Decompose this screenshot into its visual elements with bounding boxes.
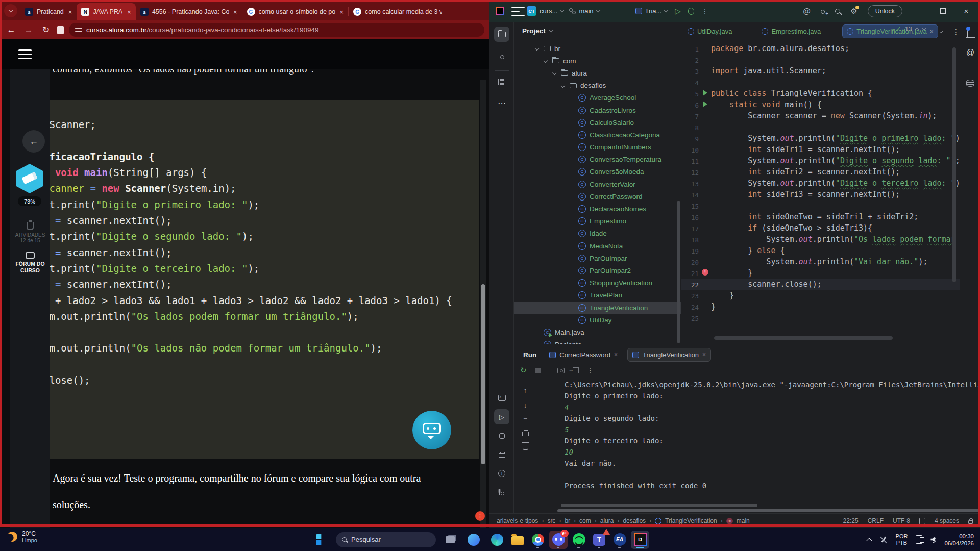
maximize-button[interactable] <box>936 7 949 15</box>
reading-list-icon[interactable] <box>57 26 64 34</box>
more-actions-icon[interactable]: ⋮ <box>587 366 594 374</box>
tree-item-shoppingverification[interactable]: CShoppingVerification <box>514 277 681 289</box>
tree-item-travelplan[interactable]: CTravelPlan <box>514 289 681 302</box>
hidden-icons-chevron[interactable] <box>866 538 872 543</box>
taskbar-search[interactable]: Pesquisar <box>336 532 436 547</box>
chevron-expanded-icon[interactable] <box>535 46 539 51</box>
terminal-tool-icon[interactable] <box>494 390 509 406</box>
structure-tool-icon[interactable] <box>494 74 509 90</box>
hidden-tabs-chevron-icon[interactable] <box>940 30 943 33</box>
tree-item-parouimpar2[interactable]: CParOuImpar2 <box>514 264 681 277</box>
phone-link-icon[interactable] <box>916 535 922 544</box>
taskbar-app-intellij[interactable]: IJ <box>631 531 649 549</box>
taskbar-app-ea[interactable]: EA <box>610 531 629 549</box>
ai-assistant-icon[interactable]: @ <box>803 7 811 15</box>
stop-icon[interactable] <box>535 368 541 373</box>
editor-line-23[interactable]: 23 } <box>681 290 960 301</box>
vcs-branch-widget[interactable]: main <box>571 7 599 15</box>
editor-line-14[interactable]: 14 int sideTri3 = scanner.nextInt(); <box>681 189 960 200</box>
breadcrumb-item[interactable]: main <box>737 517 750 524</box>
run-panel-title[interactable]: Run <box>523 351 536 359</box>
editor-line-9[interactable]: 9 System.out.println("Digite o primeiro … <box>681 133 960 144</box>
browser-tab[interactable]: NJAVA PRA× <box>77 3 136 20</box>
lock-icon[interactable] <box>968 520 973 524</box>
caret-position[interactable]: 22:25 <box>843 517 859 524</box>
breadcrumb-item[interactable]: TriangleVerification <box>665 517 717 524</box>
editor-line-7[interactable]: 7 Scanner scanner = new Scanner(System.i… <box>681 110 960 121</box>
breadcrumb-item[interactable]: alura <box>600 517 614 524</box>
scroll-down-icon[interactable]: ↓ <box>524 401 527 409</box>
browser-tab[interactable]: aPraticand× <box>20 3 77 20</box>
breadcrumb-item[interactable]: com <box>579 517 591 524</box>
tree-item-main-java[interactable]: CMain.java <box>514 326 681 338</box>
breadcrumbs[interactable]: ariaveis-e-tipos›src›br›com›alura›desafi… <box>489 517 750 524</box>
print-icon[interactable] <box>522 432 529 436</box>
start-button[interactable] <box>312 531 331 549</box>
run-tab-correctpassword[interactable]: CorrectPassword× <box>545 348 622 362</box>
editor-line-11[interactable]: 11 System.out.println("Digite o segundo … <box>681 155 960 166</box>
volume-icon[interactable] <box>930 537 936 543</box>
breadcrumb-item[interactable]: br <box>565 517 570 524</box>
problems-tool-icon[interactable]: ! <box>494 466 509 481</box>
run-button[interactable]: ▷ <box>675 7 681 16</box>
tree-item-utilday[interactable]: CUtilDay <box>514 314 681 326</box>
sidebar-item-forum[interactable]: FÓRUM DOCURSO <box>10 252 50 274</box>
breadcrumb-item[interactable]: desafios <box>623 517 646 524</box>
tree-item-paciente[interactable]: CPaciente <box>514 339 681 345</box>
run-tool-icon[interactable]: ▷ <box>494 409 509 424</box>
forward-icon[interactable]: → <box>22 25 35 35</box>
editor-line-24[interactable]: 24} <box>681 301 960 312</box>
unlock-button[interactable]: Unlock <box>868 5 902 17</box>
more-actions-icon[interactable]: ⋮ <box>701 7 708 15</box>
tree-item-conversaotemperatura[interactable]: CConversaoTemperatura <box>514 154 681 166</box>
editor-line-25[interactable]: 25 <box>681 312 960 323</box>
settings-gear-icon[interactable]: ⚙ <box>850 7 857 16</box>
tree-item-averageschool[interactable]: CAverageSchool <box>514 92 681 104</box>
encoding[interactable]: UTF-8 <box>893 517 910 524</box>
chevron-expanded-icon[interactable] <box>561 83 565 87</box>
indent-setting[interactable]: 4 spaces <box>935 517 959 524</box>
tree-scrollbar-thumb[interactable] <box>677 201 680 343</box>
taskbar-app-edge[interactable] <box>488 531 506 549</box>
task-view-button[interactable] <box>441 531 459 549</box>
tree-item-cadastrolivros[interactable]: CCadastroLivros <box>514 104 681 116</box>
minimize-button[interactable]: – <box>913 7 926 15</box>
taskbar-app-teams[interactable]: T <box>590 531 608 549</box>
editor-options-icon[interactable]: ⋮ <box>952 28 960 36</box>
console-scrollbar-thumb[interactable] <box>561 504 757 507</box>
tab-close-icon[interactable]: × <box>68 8 72 16</box>
taskbar-app-file-explorer[interactable] <box>508 531 527 549</box>
services-tool-icon[interactable] <box>494 428 509 443</box>
tree-item-correctpassword[interactable]: CCorrectPassword <box>514 190 681 203</box>
tab-close-icon[interactable]: × <box>614 351 618 358</box>
run-console-output[interactable]: C:\Users\Pichau\.jdks\openjdk-25.0.2\bin… <box>565 379 980 500</box>
editor-line-13[interactable]: 13 System.out.println("Digite o terceiro… <box>681 178 960 189</box>
database-tool-icon[interactable] <box>963 76 978 91</box>
tree-item-convers-omoeda[interactable]: CConversãoMoeda <box>514 166 681 178</box>
scroll-up-icon[interactable]: ↑ <box>524 386 527 394</box>
editor-line-5[interactable]: 5public class TriangleVerification { <box>681 88 960 99</box>
editor-line-21[interactable]: 21! } <box>681 267 960 279</box>
editor-tab-utilday-java[interactable]: UtilDay.java <box>683 25 736 38</box>
editor-line-1[interactable]: 1package br.com.alura.desafios; <box>681 43 960 54</box>
editor-line-18[interactable]: 18 System.out.println("Os lados podem fo… <box>681 234 960 245</box>
sidebar-item-activities[interactable]: ATIVIDADES 12 de 15 <box>10 222 50 243</box>
tab-close-icon[interactable]: × <box>127 8 131 16</box>
tree-item-parouimpar[interactable]: CParOuImpar <box>514 252 681 264</box>
project-panel-header[interactable]: Project <box>522 27 553 35</box>
run-gutter-icon[interactable] <box>703 101 707 107</box>
search-everywhere-icon[interactable] <box>835 9 840 14</box>
tree-item-emprestimo[interactable]: CEmprestimo <box>514 215 681 228</box>
rerun-icon[interactable]: ↻ <box>520 366 527 375</box>
editor-line-4[interactable]: 4 <box>681 77 960 88</box>
taskbar-app-chrome[interactable] <box>529 531 547 549</box>
editor-vertical-scrollbar[interactable] <box>952 47 956 282</box>
breadcrumb-item[interactable]: src <box>547 517 555 524</box>
tab-close-icon[interactable]: × <box>702 351 706 358</box>
editor-line-19[interactable]: 19 } else { <box>681 245 960 256</box>
run-gutter-icon[interactable] <box>703 90 707 96</box>
back-button[interactable]: ← <box>22 130 45 153</box>
chevron-expanded-icon[interactable] <box>552 71 556 75</box>
chat-assistant-button[interactable] <box>412 411 451 449</box>
editor-tab-emprestimo-java[interactable]: Emprestimo.java <box>757 25 825 38</box>
